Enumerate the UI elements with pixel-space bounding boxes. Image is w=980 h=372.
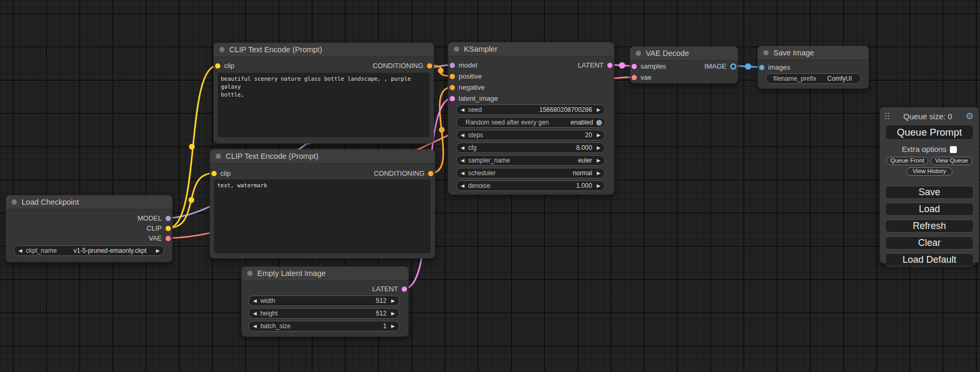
increment-arrow-icon[interactable]: ▶ [597, 108, 600, 112]
widget-cfg[interactable]: ◀ cfg 8.000 ▶ [456, 142, 605, 153]
settings-gear-icon[interactable]: ⚙ [966, 112, 974, 121]
slot-dot-conditioning[interactable] [450, 74, 455, 79]
decrement-arrow-icon[interactable]: ◀ [461, 108, 464, 112]
decrement-arrow-icon[interactable]: ◀ [461, 146, 464, 150]
view-queue-button[interactable]: View Queue [930, 157, 973, 165]
decrement-arrow-icon[interactable]: ◀ [461, 133, 464, 138]
output-slot-latent[interactable]: LATENT [578, 61, 613, 69]
output-slot-conditioning[interactable]: CONDITIONING [374, 169, 433, 177]
link-midpoint-dot[interactable] [189, 197, 195, 203]
widget-sampler-name[interactable]: ◀ sampler_name euler ▶ [456, 155, 605, 166]
output-slot-model[interactable]: MODEL [138, 214, 171, 222]
output-slot-image[interactable]: IMAGE [704, 62, 736, 70]
node-vae-decode[interactable]: VAE Decode samples vae IMAGE [630, 46, 738, 83]
node-collapse-dot[interactable] [216, 154, 221, 159]
decrement-arrow-icon[interactable]: ◀ [253, 324, 257, 329]
input-slot-vae[interactable]: vae [632, 73, 652, 81]
slot-dot-latent[interactable] [632, 64, 637, 69]
extra-options-checkbox[interactable] [950, 146, 957, 153]
slot-dot-vae[interactable] [632, 75, 637, 80]
input-slot-positive[interactable]: positive [450, 72, 482, 80]
node-load-checkpoint[interactable]: Load Checkpoint MODEL CLIP VAE ◀ ckpt_na… [6, 195, 172, 262]
drag-handle-icon[interactable] [885, 113, 890, 120]
node-title-bar[interactable]: CLIP Text Encode (Prompt) [214, 43, 434, 57]
decrement-arrow-icon[interactable]: ◀ [18, 249, 22, 253]
widget-height[interactable]: ◀ height 512 ▶ [248, 308, 400, 319]
node-title-bar[interactable]: CLIP Text Encode (Prompt) [210, 149, 435, 164]
queue-panel[interactable]: Queue size: 0 ⚙ Queue Prompt Extra optio… [880, 107, 979, 263]
clear-button[interactable]: Clear [885, 236, 974, 250]
increment-arrow-icon[interactable]: ▶ [391, 324, 395, 329]
input-slot-images[interactable]: images [759, 63, 790, 71]
input-slot-latent-image[interactable]: latent_image [450, 94, 498, 102]
node-collapse-dot[interactable] [247, 271, 253, 276]
link-midpoint-dot[interactable] [438, 68, 444, 74]
load-default-button[interactable]: Load Default [885, 253, 974, 266]
node-clip-text-encode-negative[interactable]: CLIP Text Encode (Prompt) clip CONDITION… [210, 149, 435, 259]
node-collapse-dot[interactable] [454, 46, 459, 52]
widget-random-seed-toggle[interactable]: Random seed after every gen enabled [456, 117, 605, 128]
slot-dot-image[interactable] [730, 63, 736, 70]
slot-dot-clip[interactable] [166, 226, 171, 231]
widget-scheduler[interactable]: ◀ scheduler normal ▶ [456, 168, 605, 178]
increment-arrow-icon[interactable]: ▶ [597, 184, 600, 188]
slot-dot-model[interactable] [450, 63, 455, 68]
input-slot-clip[interactable]: clip [215, 62, 235, 70]
node-title-bar[interactable]: VAE Decode [630, 46, 738, 61]
input-slot-clip[interactable]: clip [211, 169, 231, 177]
widget-width[interactable]: ◀ width 512 ▶ [248, 295, 400, 306]
output-slot-latent[interactable]: LATENT [372, 285, 407, 293]
node-ksampler[interactable]: KSampler model positive negative latent_… [448, 42, 614, 195]
decrement-arrow-icon[interactable]: ◀ [461, 158, 464, 163]
increment-arrow-icon[interactable]: ▶ [597, 171, 600, 176]
slot-dot-latent[interactable] [402, 287, 407, 292]
widget-filename-prefix[interactable]: filename_prefix ComfyUI [765, 73, 861, 84]
slot-dot-latent[interactable] [607, 63, 613, 68]
node-collapse-dot[interactable] [636, 51, 641, 56]
widget-ckpt-name[interactable]: ◀ ckpt_name v1-5-pruned-emaonly.ckpt ▶ [14, 245, 164, 256]
node-title-bar[interactable]: Save Image [758, 46, 869, 60]
prompt-textarea-positive[interactable]: beautiful scenery nature glass bottle la… [218, 73, 430, 137]
link-midpoint-dot[interactable] [439, 127, 445, 133]
node-title-bar[interactable]: KSampler [448, 42, 614, 56]
output-slot-conditioning[interactable]: CONDITIONING [373, 62, 432, 70]
slot-dot-vae[interactable] [166, 236, 171, 241]
load-button[interactable]: Load [885, 203, 974, 216]
slot-dot-conditioning[interactable] [450, 85, 455, 90]
save-button[interactable]: Save [885, 186, 974, 199]
node-collapse-dot[interactable] [219, 47, 225, 52]
slot-dot-conditioning[interactable] [427, 63, 432, 69]
prompt-textarea-negative[interactable]: text, watermark [214, 179, 431, 253]
decrement-arrow-icon[interactable]: ◀ [461, 171, 464, 176]
widget-denoise[interactable]: ◀ denoise 1.000 ▶ [456, 180, 605, 191]
decrement-arrow-icon[interactable]: ◀ [253, 311, 257, 316]
slot-dot-conditioning[interactable] [428, 171, 433, 176]
increment-arrow-icon[interactable]: ▶ [391, 299, 395, 303]
slot-dot-image[interactable] [759, 65, 764, 70]
input-slot-samples[interactable]: samples [632, 62, 666, 70]
slot-dot-clip[interactable] [215, 63, 220, 69]
queue-prompt-button[interactable]: Queue Prompt [885, 125, 974, 140]
node-empty-latent-image[interactable]: Empty Latent Image LATENT ◀ width 512 ▶ … [241, 266, 409, 337]
view-history-button[interactable]: View History [906, 167, 953, 176]
decrement-arrow-icon[interactable]: ◀ [461, 184, 464, 188]
link-midpoint-dot[interactable] [745, 63, 751, 70]
node-title-bar[interactable]: Empty Latent Image [241, 266, 409, 281]
increment-arrow-icon[interactable]: ▶ [156, 249, 160, 253]
graph-canvas[interactable]: Load Checkpoint MODEL CLIP VAE ◀ ckpt_na… [0, 0, 980, 372]
decrement-arrow-icon[interactable]: ◀ [253, 299, 257, 303]
increment-arrow-icon[interactable]: ▶ [597, 158, 600, 163]
refresh-button[interactable]: Refresh [885, 220, 974, 233]
increment-arrow-icon[interactable]: ▶ [597, 146, 600, 150]
increment-arrow-icon[interactable]: ▶ [597, 133, 600, 138]
input-slot-negative[interactable]: negative [450, 83, 484, 91]
node-save-image[interactable]: Save Image images filename_prefix ComfyU… [758, 46, 869, 89]
slot-dot-model[interactable] [166, 216, 171, 221]
input-slot-model[interactable]: model [450, 61, 477, 69]
increment-arrow-icon[interactable]: ▶ [391, 311, 395, 316]
slot-dot-latent[interactable] [450, 96, 455, 101]
link-midpoint-dot[interactable] [189, 144, 195, 150]
slot-dot-clip[interactable] [211, 171, 217, 176]
link-midpoint-dot[interactable] [619, 62, 625, 69]
queue-front-button[interactable]: Queue Front [886, 157, 928, 165]
